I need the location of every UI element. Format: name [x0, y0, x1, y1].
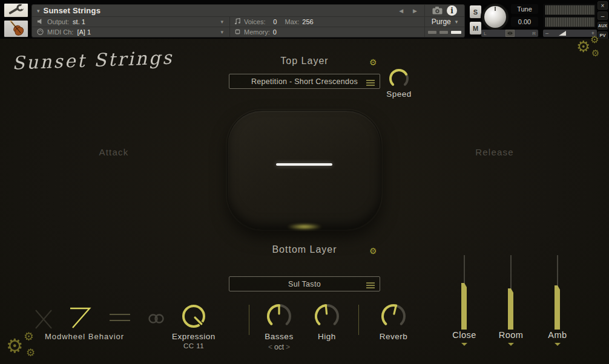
- bottom-layer-dropdown[interactable]: Sul Tasto: [229, 276, 380, 291]
- bottom-layer-selection: Sul Tasto: [288, 280, 321, 288]
- modwheel-mode-equal-icon[interactable]: [109, 313, 131, 325]
- pan-handle[interactable]: [505, 30, 515, 37]
- pan-right-arrow-icon: [510, 31, 513, 35]
- decor-gear-icon: ⚙: [26, 348, 35, 358]
- menu-hamburger-icon: [366, 281, 375, 291]
- solo-button[interactable]: S: [469, 5, 482, 19]
- wrench-icon: [7, 4, 26, 18]
- pan-left-label: L: [484, 31, 486, 36]
- octave-label: oct: [274, 343, 284, 351]
- output-select[interactable]: Output: st. 1 ▾: [32, 17, 229, 27]
- modwheel-mode-crossfade-icon[interactable]: [35, 308, 53, 333]
- modwheel-mode-curve-icon[interactable]: [68, 305, 92, 332]
- fader-handle: [555, 285, 560, 330]
- speed-knob[interactable]: [388, 68, 410, 89]
- bottom-layer-settings-gear-icon[interactable]: ⚙: [369, 246, 377, 256]
- midi-caret-icon[interactable]: ▾: [220, 29, 229, 35]
- purge-state-meters: [428, 31, 461, 34]
- purge-caret-icon: ▾: [455, 19, 458, 25]
- decor-gear-icon: ⚙: [6, 336, 24, 356]
- pad-position-indicator: [276, 163, 332, 166]
- minimize-button[interactable]: –: [597, 11, 608, 20]
- attack-label: Attack: [79, 147, 149, 157]
- volume-handle[interactable]: [559, 31, 566, 36]
- voices-value: 0: [268, 18, 277, 25]
- prev-instrument-arrow-icon[interactable]: ◀: [399, 8, 403, 14]
- bottom-layer-title: Bottom Layer: [229, 244, 380, 255]
- top-layer-title: Top Layer: [229, 56, 380, 67]
- basses-octave-row: <oct>: [255, 343, 303, 351]
- max-value: 256: [302, 18, 313, 25]
- fader-handle: [508, 288, 513, 330]
- pan-right-label: R: [532, 31, 536, 36]
- close-button[interactable]: ×: [597, 1, 608, 10]
- basses-knob[interactable]: [266, 303, 292, 330]
- pad-glow: [287, 224, 322, 230]
- tune-value-box[interactable]: 0.00: [511, 17, 538, 27]
- midi-icon: [37, 28, 44, 36]
- instrument-title: Sunset Strings: [44, 6, 101, 15]
- room-mic-fader[interactable]: [507, 255, 515, 330]
- divider: [249, 305, 249, 335]
- octave-prev-icon[interactable]: <: [266, 343, 274, 351]
- memory-value: 0: [273, 28, 277, 36]
- basses-label: Basses: [255, 332, 303, 341]
- volume-slider[interactable]: – +: [543, 30, 597, 37]
- midi-value: [A] 1: [77, 28, 91, 36]
- aux-button[interactable]: AUX: [597, 22, 608, 30]
- fader-handle: [461, 283, 467, 330]
- amb-fader-label: Amb: [536, 330, 579, 340]
- snapshot-camera-icon[interactable]: [432, 7, 443, 15]
- amb-mic-fader[interactable]: [554, 255, 561, 330]
- high-label: High: [303, 332, 351, 341]
- output-icon: [37, 18, 44, 26]
- decor-gear-icon: ⚙: [591, 49, 599, 58]
- edit-wrench-button[interactable]: [4, 3, 28, 18]
- level-meters: [543, 4, 597, 28]
- purge-meter-bar-active: [451, 31, 461, 34]
- top-layer-dropdown[interactable]: Repetition - Short Crescendos: [229, 74, 380, 89]
- pan-slider[interactable]: L R: [481, 30, 538, 37]
- output-caret-icon[interactable]: ▾: [220, 19, 229, 25]
- purge-label: Purge: [432, 18, 451, 26]
- level-meter-left: [545, 5, 595, 15]
- output-value: st. 1: [73, 18, 85, 25]
- reverb-knob[interactable]: [380, 303, 407, 330]
- release-label: Release: [459, 147, 530, 157]
- close-fader-caret-icon[interactable]: [461, 343, 467, 346]
- xy-pad[interactable]: [227, 110, 381, 230]
- room-fader-caret-icon[interactable]: [508, 343, 514, 346]
- level-meter-right: [545, 17, 595, 27]
- instrument-logo: Sunset Strings: [12, 47, 173, 73]
- purge-menu[interactable]: Purge ▾: [424, 17, 464, 27]
- octave-next-icon[interactable]: >: [284, 343, 292, 351]
- kontakt-header: ▾ Sunset Strings ◀ ▶: [0, 0, 609, 39]
- instrument-header-strip: ▾ Sunset Strings ◀ ▶: [31, 4, 465, 37]
- sunset-strings-ui: ⚙ ⚙ ⚙ ⚙ ⚙ ⚙ Sunset Strings Top Layer ⚙ R…: [0, 39, 609, 364]
- expression-cc-label: CC 11: [163, 342, 224, 349]
- high-knob[interactable]: [314, 303, 340, 330]
- collapse-caret-icon[interactable]: ▾: [37, 8, 40, 14]
- midi-channel-select[interactable]: MIDI Ch: [A] 1 ▾: [32, 27, 229, 37]
- close-mic-fader[interactable]: [461, 255, 468, 330]
- next-instrument-arrow-icon[interactable]: ▶: [413, 8, 417, 14]
- top-layer-selection: Repetition - Short Crescendos: [251, 77, 358, 86]
- pan-left-arrow-icon: [507, 31, 510, 35]
- purge-meter-bar: [439, 31, 448, 34]
- instrument-thumbnail-button[interactable]: [4, 20, 28, 37]
- divider: [358, 305, 359, 335]
- layer-link-chain-icon[interactable]: [147, 313, 165, 327]
- speed-label: Speed: [381, 89, 417, 99]
- top-layer-settings-gear-icon[interactable]: ⚙: [369, 57, 377, 67]
- menu-hamburger-icon: [366, 78, 375, 89]
- memory-icon: [234, 28, 241, 36]
- mute-button[interactable]: M: [469, 21, 482, 35]
- volume-minus[interactable]: –: [545, 30, 548, 36]
- voices-icon: [234, 18, 241, 26]
- decor-gear-icon: ⚙: [576, 39, 590, 54]
- reverb-label: Reverb: [369, 332, 418, 341]
- info-icon[interactable]: i: [447, 5, 457, 16]
- amb-fader-caret-icon[interactable]: [555, 343, 561, 346]
- tune-knob[interactable]: [482, 4, 509, 30]
- expression-knob[interactable]: [181, 304, 206, 329]
